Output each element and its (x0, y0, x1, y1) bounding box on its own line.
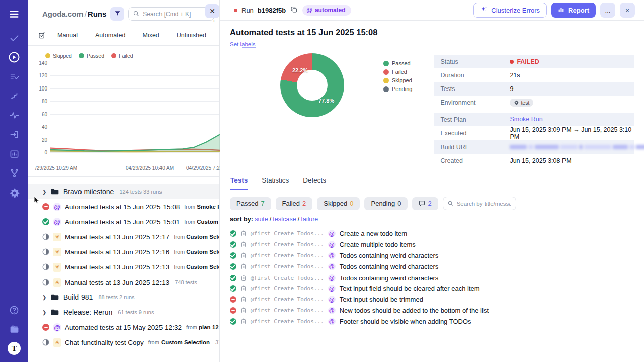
filter-button[interactable] (110, 7, 124, 21)
automated-badge[interactable]: @ automated (302, 5, 351, 16)
select-runs-icon[interactable] (38, 32, 46, 39)
gear-icon[interactable] (0, 183, 28, 203)
test-search[interactable] (443, 197, 516, 210)
play-circle-icon[interactable] (0, 48, 28, 67)
run-row-title: Manual tests at 13 Jun 2025 12:17 (65, 233, 169, 241)
breadcrumb-section: Runs (88, 10, 107, 18)
test-row[interactable]: @first Create Todos...@Todos containing … (230, 272, 635, 283)
set-labels-link[interactable]: Set labels (230, 41, 256, 48)
test-plan-link[interactable]: Smoke Run (510, 116, 542, 123)
y-tick: 120 (39, 73, 47, 78)
run-row[interactable]: @Automated tests at 15 May 2025 12:32fro… (28, 320, 219, 335)
runs-trend-chart: SkippedPassedFailed 140120100806040200 /… (28, 46, 219, 173)
filter-pending[interactable]: Pending 0 (364, 197, 408, 210)
filter-passed[interactable]: Passed 7 (230, 197, 271, 210)
clusterize-errors-button[interactable]: Clusterize Errors (473, 3, 547, 18)
help-icon[interactable] (0, 301, 28, 320)
y-tick: 0 (44, 150, 47, 155)
detail-value: Jun 15, 2025 3:08 PM (510, 157, 571, 164)
menu-icon[interactable] (0, 0, 28, 28)
breadcrumb-project[interactable]: Agoda.com (42, 10, 84, 18)
test-row[interactable]: @first Create Todos...@Todos containing … (230, 250, 635, 261)
run-row[interactable]: ✳Manual tests at 13 Jun 2025 12:17from C… (28, 229, 219, 244)
tab-defects[interactable]: Defects (303, 176, 326, 190)
run-row[interactable]: ✳Manual tests at 13 Jun 2025 12:13from C… (28, 259, 219, 275)
donut-legend-failed[interactable]: Failed (383, 69, 412, 75)
detail-label: Executed (440, 130, 510, 137)
automated-test-icon: @ (328, 307, 336, 314)
check-icon[interactable] (0, 28, 28, 48)
tab-tests[interactable]: Tests (230, 176, 248, 190)
test-row[interactable]: @first Create Todos...@Footer should be … (230, 316, 635, 327)
run-row[interactable]: ✳Manual tests at 13 Jun 2025 12:16from C… (28, 244, 219, 259)
manual-run-icon: ✳ (53, 278, 61, 287)
clipboard-icon (240, 307, 247, 314)
run-group-row[interactable]: ❯Build 98188 tests 2 runs (28, 290, 219, 305)
runs-tab-mixed[interactable]: Mixed (134, 30, 168, 41)
copy-run-id-button[interactable] (290, 5, 298, 16)
result-donut-chart: 22.2% 77.8% (280, 53, 344, 117)
runs-panel-header: Agoda.com/Runs (28, 0, 219, 26)
run-group-row[interactable]: ❯Release: Rerun61 tests 9 runs (28, 305, 219, 320)
test-title: New todos should be added to the bottom … (340, 307, 489, 314)
legend-item-skipped[interactable]: Skipped (45, 53, 72, 59)
test-row[interactable]: @first Create Todos...@Text input should… (230, 294, 635, 305)
list-check-icon[interactable] (0, 67, 28, 86)
automated-test-icon: @ (328, 263, 336, 270)
donut-legend-passed[interactable]: Passed (383, 60, 412, 66)
import-icon[interactable] (0, 125, 28, 145)
test-filters: Passed 7Failed 2Skipped 0Pending 02 (230, 197, 635, 210)
steps-icon[interactable] (0, 86, 28, 106)
runs-tab-manual[interactable]: Manual (49, 30, 87, 41)
test-row[interactable]: @first Create Todos...@New todos should … (230, 305, 635, 316)
run-group-row[interactable]: ❯Bravo milestone124 tests 33 runs (28, 184, 219, 199)
sort-failure-link[interactable]: failure (301, 216, 318, 223)
y-tick: 20 (42, 137, 47, 142)
filter-skipped[interactable]: Skipped 0 (317, 197, 360, 210)
test-row[interactable]: @first Create Todos...@Create a new todo… (230, 228, 635, 239)
legend-item-failed[interactable]: Failed (111, 53, 133, 59)
close-run-button[interactable]: × (620, 3, 635, 18)
runs-search-input[interactable] (143, 11, 209, 18)
clipboard-icon (240, 318, 247, 325)
detail-row-tests: Tests9 (434, 82, 634, 96)
filter-failed[interactable]: Failed 2 (276, 197, 313, 210)
test-row[interactable]: @first Create Todos...@Text input field … (230, 283, 635, 294)
automated-icon: @ (306, 7, 312, 14)
donut-legend-skipped[interactable]: Skipped (383, 77, 412, 83)
test-row[interactable]: @first Create Todos...@Todos containing … (230, 261, 635, 272)
runs-tab-unfinished[interactable]: Unfinished (168, 30, 215, 41)
donut-legend-pending[interactable]: Pending (383, 86, 412, 92)
run-row[interactable]: @Automated tests at 15 Jun 2025 15:01fro… (28, 214, 219, 229)
run-row[interactable]: @Automated tests at 15 Jun 2025 15:08fro… (28, 199, 219, 214)
app-logo[interactable]: T (0, 339, 28, 358)
passed-status-icon (42, 218, 49, 225)
run-row[interactable]: ✳Manual tests at 13 Jun 2025 12:13748 te… (28, 275, 219, 290)
run-title: Automated tests at 15 Jun 2025 15:08 (230, 28, 635, 37)
tab-statistics[interactable]: Statistics (262, 176, 289, 190)
test-title: Footer should be visible when adding TOD… (340, 318, 471, 325)
failed-status-icon (42, 324, 49, 331)
manual-run-icon: ✳ (53, 248, 61, 256)
run-row[interactable]: ✳Chat functinality test Copyfrom Custom … (28, 335, 219, 350)
clipboard-icon (240, 263, 247, 270)
projects-icon[interactable] (0, 320, 28, 339)
sort-testcase-link[interactable]: testcase (273, 216, 296, 223)
more-actions-button[interactable]: ... (600, 3, 615, 18)
pulse-icon[interactable] (0, 106, 28, 125)
chevron-right-icon[interactable]: ❯ (42, 189, 47, 195)
legend-item-passed[interactable]: Passed (79, 53, 104, 59)
runs-search[interactable] (128, 7, 214, 21)
report-button[interactable]: Report (551, 3, 596, 18)
passed-status-icon (230, 252, 236, 259)
comments-filter[interactable]: 2 (412, 197, 438, 210)
chevron-right-icon[interactable]: ❯ (42, 295, 47, 300)
bar-chart-icon[interactable] (0, 144, 28, 164)
panel-close-button[interactable]: ✕ (205, 4, 219, 18)
test-search-input[interactable] (457, 201, 511, 207)
branch-icon[interactable] (0, 164, 28, 184)
test-row[interactable]: @first Create Todos...@Create multiple t… (230, 239, 635, 250)
runs-tab-automated[interactable]: Automated (87, 30, 134, 41)
chevron-right-icon[interactable]: ❯ (42, 310, 47, 315)
sort-suite-link[interactable]: suite (255, 216, 268, 223)
